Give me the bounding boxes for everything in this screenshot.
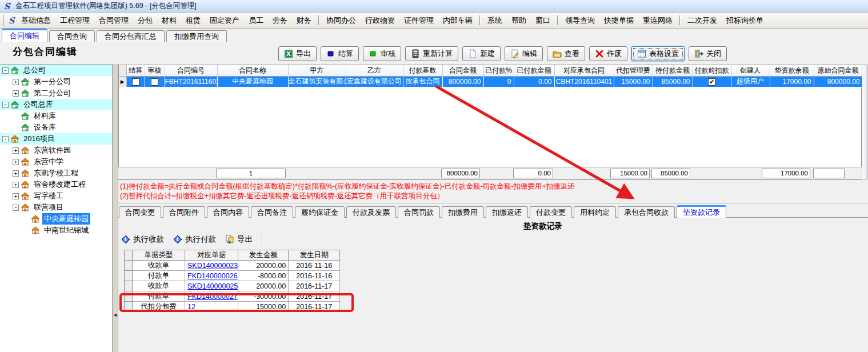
tree-item-dongying-middle-school[interactable]: + 东营中学 (0, 156, 112, 167)
tree-item-office-building[interactable]: + 写字楼工 (0, 190, 112, 202)
tree-item-branch-2[interactable]: + 第二分公司 (0, 87, 112, 99)
column-header[interactable]: 结算 (126, 65, 145, 76)
view-button[interactable]: 查看 (547, 46, 585, 61)
expand-expander-icon[interactable]: + (13, 193, 19, 199)
menu-item[interactable]: 协同办公 (322, 13, 361, 28)
recalculate-button[interactable]: 重新计算 (405, 46, 458, 61)
record-row[interactable]: 收款单 SKD140000025 20000.00 2016-11-17 (125, 281, 340, 291)
tab-contract-query[interactable]: 合同查询 (49, 30, 95, 42)
pre-deduction-checkbox-cell[interactable]: ✔ (693, 76, 731, 87)
tab-main-contract-receipts[interactable]: 承包合同收款 (618, 206, 675, 218)
column-header[interactable]: 合同编号 (165, 65, 217, 76)
execute-payment-button[interactable]: i 执行付款 (173, 234, 216, 245)
tree-item-2016-projects[interactable]: - 2016项目 (0, 133, 112, 145)
column-header[interactable]: 创建人 (731, 65, 770, 76)
column-header[interactable]: 发生金额 (238, 250, 289, 261)
expand-expander-icon[interactable]: + (13, 90, 19, 97)
tab-contract-remarks[interactable]: 合同备注 (251, 206, 293, 218)
audit-checkbox[interactable] (151, 78, 158, 86)
tab-contract-attachment[interactable]: 合同附件 (163, 206, 205, 218)
column-header[interactable]: 已付款% (483, 65, 514, 76)
tree-item-dongkai-school-project[interactable]: + 东凯学校工程 (0, 167, 112, 179)
column-header[interactable]: 付款前扣款 (693, 65, 731, 76)
expand-expander-icon[interactable]: + (13, 182, 19, 188)
column-header[interactable]: 对应单据 (185, 250, 238, 261)
settle-checkbox[interactable] (132, 78, 139, 86)
menu-item[interactable]: 固定资产 (205, 13, 244, 28)
menu-item[interactable]: 系统 (483, 13, 507, 28)
column-header[interactable]: 合同名称 (217, 65, 288, 76)
detail-export-button[interactable]: 导出 (225, 234, 253, 245)
menu-item[interactable]: 合同管理 (94, 13, 133, 28)
menu-item[interactable]: 领导查询 (561, 13, 599, 28)
column-header[interactable]: 单据类型 (133, 250, 185, 261)
tab-deduction-return[interactable]: 扣缴返还 (486, 206, 528, 218)
menu-item[interactable]: 租赁 (181, 13, 205, 28)
close-button[interactable]: 关闭 (689, 46, 727, 61)
column-header[interactable]: 已付款金额 (514, 65, 554, 76)
menu-item[interactable]: 行政物资 (361, 13, 399, 28)
collapse-expander-icon[interactable]: - (2, 102, 9, 108)
menu-item[interactable]: 分包 (133, 13, 157, 28)
menu-item[interactable]: 内部车辆 (438, 13, 477, 28)
tree-item-equipment-warehouse[interactable]: 设备库 (0, 122, 112, 133)
column-header[interactable]: 发生日期 (289, 250, 340, 261)
tab-subcontractor-summary[interactable]: 合同分包商汇总 (97, 30, 165, 42)
tab-material-agreement[interactable]: 用料约定 (574, 206, 616, 218)
column-header[interactable]: 原始合同金额 (814, 65, 862, 76)
record-row[interactable]: 付款单 FKD140000027 -30000.00 2016-11-17 (125, 291, 340, 302)
expand-expander-icon[interactable]: + (13, 159, 19, 165)
expand-expander-icon[interactable]: + (13, 147, 19, 154)
column-header[interactable]: 乙方 (346, 65, 403, 76)
void-button[interactable]: 作废 (589, 46, 627, 61)
collapse-sidebar-arrow-icon[interactable]: ◄ (112, 310, 118, 319)
audit-checkbox-cell[interactable] (145, 76, 165, 87)
column-header[interactable]: 对应承包合同 (554, 65, 614, 76)
pre-deduction-checkbox-checked[interactable]: ✔ (708, 78, 715, 86)
menu-item[interactable]: 窗口 (531, 13, 555, 28)
tree-item-head-office[interactable]: - 总公司 (0, 65, 112, 76)
menu-item[interactable]: 材料 (157, 13, 181, 28)
menu-item[interactable]: 帮助 (507, 13, 531, 28)
menu-item[interactable]: 证件管理 (399, 13, 438, 28)
collapse-expander-icon[interactable]: - (2, 136, 9, 142)
column-header[interactable]: 合同金额 (442, 65, 483, 76)
tree-item-zhongnan-century-city[interactable]: 中南世纪锦城 (0, 225, 112, 236)
tree-item-company-warehouse[interactable]: - 公司总库 (0, 99, 112, 110)
menu-item[interactable]: 重连网络 (638, 13, 677, 28)
settle-checkbox-cell[interactable] (126, 76, 145, 87)
doc-no-link[interactable]: 12 (187, 303, 195, 311)
tree-item-dormitory-renovation[interactable]: + 宿舍楼改建工程 (0, 179, 112, 190)
menu-item[interactable]: 快捷单据 (599, 13, 638, 28)
vertical-scrollbar[interactable] (862, 65, 868, 179)
tab-deduction-query[interactable]: 扣缴费用查询 (166, 30, 227, 42)
expand-expander-icon[interactable]: + (13, 170, 19, 177)
tab-contract-change[interactable]: 合同变更 (119, 206, 161, 218)
menu-item[interactable]: 二次开发 (683, 13, 722, 28)
tab-advance-payment-records[interactable]: 垫资款记录 (677, 205, 726, 218)
tab-deduction-fee[interactable]: 扣缴费用 (442, 206, 484, 218)
column-header[interactable]: 垫资款余额 (770, 65, 814, 76)
doc-no-link[interactable]: FKD140000026 (187, 272, 238, 280)
tab-performance-bond[interactable]: 履约保证金 (295, 206, 345, 218)
tab-payment-invoice[interactable]: 付款及发票 (346, 206, 396, 218)
doc-no-link[interactable]: SKD140000023 (187, 262, 238, 270)
menu-item[interactable]: 招标询价单 (722, 13, 768, 28)
settle-button[interactable]: 结算 (321, 46, 359, 61)
menu-item[interactable]: 基础信息 (17, 13, 55, 28)
record-row[interactable]: 收款单 SKD140000023 20000.00 2016-11-16 (125, 261, 340, 271)
execute-receipt-button[interactable]: i 执行收款 (121, 234, 164, 245)
column-header[interactable]: 待付款金额 (653, 65, 693, 76)
record-row[interactable]: 付款单 FKD140000026 -8000.00 2016-11-16 (125, 271, 340, 281)
audit-button[interactable]: 审核 (363, 46, 401, 61)
collapse-expander-icon[interactable]: - (2, 67, 9, 74)
tab-payment-change[interactable]: 付款变更 (530, 206, 572, 218)
tab-contract-penalty[interactable]: 合同罚款 (398, 206, 440, 218)
menu-item[interactable]: 劳务 (268, 13, 292, 28)
record-row-highlighted[interactable]: 代扣分包费 12 15000.00 2016-11-17 (125, 302, 340, 312)
doc-no-link[interactable]: SKD140000025 (187, 282, 238, 290)
new-button[interactable]: 新建 (462, 46, 501, 61)
column-header[interactable]: 付款基数 (403, 65, 442, 76)
tree-item-material-warehouse[interactable]: 材料库 (0, 110, 112, 122)
tree-item-dongying-software-park[interactable]: + 东营软件园 (0, 145, 112, 156)
